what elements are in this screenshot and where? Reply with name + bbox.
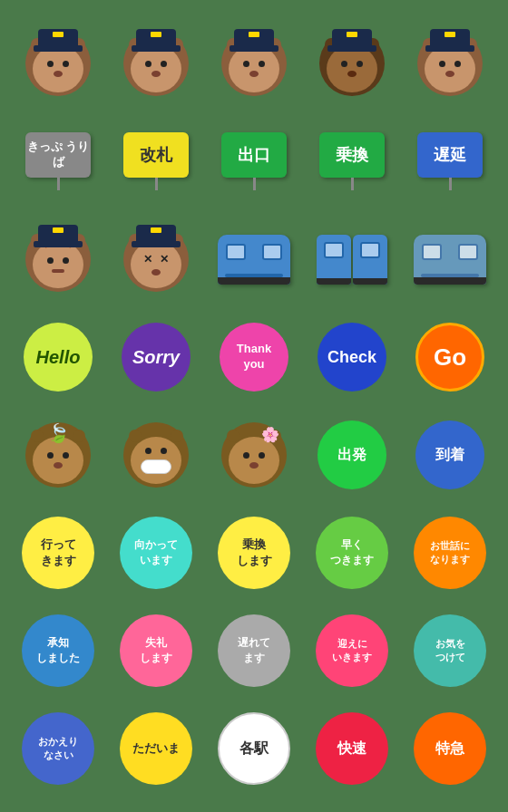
- sticker-bear-3[interactable]: [209, 18, 299, 109]
- sticker-check[interactable]: Check: [307, 312, 397, 402]
- tadaima-text: ただいま: [120, 712, 192, 785]
- sticker-hello[interactable]: Hello: [13, 312, 103, 402]
- sticker-okaeri[interactable]: おかえりなさい: [13, 703, 103, 794]
- sticker-tadaima[interactable]: ただいま: [111, 703, 201, 794]
- sticker-kakueki[interactable]: 各駅: [209, 703, 299, 794]
- sticker-hayaku[interactable]: 早くつきます: [307, 508, 397, 598]
- sticker-ittekimasu[interactable]: 行ってきます: [13, 508, 103, 598]
- sticker-bear-mask[interactable]: [111, 410, 201, 500]
- sticker-train-2[interactable]: [307, 214, 397, 304]
- sticker-bear-nature-1[interactable]: 🍃: [13, 410, 103, 500]
- kaisoku-text: 快速: [316, 712, 388, 785]
- sticker-bear-5[interactable]: [405, 18, 495, 109]
- sticker-kaisoku[interactable]: 快速: [307, 703, 397, 794]
- okaeri-text: おかえりなさい: [22, 712, 94, 785]
- check-text: Check: [318, 323, 386, 392]
- sticker-thankyou[interactable]: Thankyou: [209, 312, 299, 402]
- go-text: Go: [415, 323, 484, 392]
- osewani-text: お世話になります: [414, 517, 486, 589]
- depart-text: 出発: [318, 420, 386, 489]
- ittekimasu-text: 行ってきます: [22, 517, 94, 589]
- thankyou-text: Thankyou: [220, 323, 288, 392]
- sticker-bear-flower[interactable]: 🌸: [209, 410, 299, 500]
- arrive-text: 到着: [415, 420, 484, 489]
- sorry-text: Sorry: [122, 323, 190, 392]
- sticker-tokkyu[interactable]: 特急: [405, 703, 495, 794]
- kakueki-text: 各駅: [218, 712, 290, 785]
- mukatte-text: 向かっています: [120, 517, 192, 589]
- sticker-arrive[interactable]: 到着: [405, 410, 495, 500]
- sticker-ticket-sign[interactable]: きっぷ うりば: [13, 116, 103, 207]
- okio-text: お気をつけて: [414, 614, 486, 687]
- exit-sign-text: 出口: [221, 132, 287, 178]
- hayaku-text: 早くつきます: [316, 517, 388, 589]
- sticker-delay-sign[interactable]: 遅延: [405, 116, 495, 207]
- sticker-depart[interactable]: 出発: [307, 410, 397, 500]
- mukaeni-text: 迎えにいきます: [316, 614, 388, 687]
- sticker-gate-sign[interactable]: 改札: [111, 116, 201, 207]
- sticker-go[interactable]: Go: [405, 312, 495, 402]
- gate-sign-text: 改札: [123, 132, 189, 178]
- tokkyu-text: 特急: [414, 712, 486, 785]
- sticker-bear-2[interactable]: [111, 18, 201, 109]
- sticker-sorry[interactable]: Sorry: [111, 312, 201, 402]
- delay-sign-text: 遅延: [417, 132, 483, 178]
- sticker-bear-xeyes[interactable]: ✕ ✕: [111, 214, 201, 304]
- sticker-train-1[interactable]: [209, 214, 299, 304]
- norikae-text: 乗換します: [218, 517, 290, 589]
- ticket-sign-text: きっぷ うりば: [25, 132, 91, 178]
- okurete-text: 遅れてます: [218, 614, 290, 687]
- sticker-transfer-sign[interactable]: 乗換: [307, 116, 397, 207]
- sticker-okurete[interactable]: 遅れてます: [209, 605, 299, 696]
- sticker-shitsurei[interactable]: 失礼します: [111, 605, 201, 696]
- sticker-okio[interactable]: お気をつけて: [405, 605, 495, 696]
- sticker-bear-4[interactable]: [307, 18, 397, 109]
- sticker-bear-angry[interactable]: [13, 214, 103, 304]
- shochi-text: 承知しました: [22, 614, 94, 687]
- transfer-sign-text: 乗換: [319, 132, 385, 178]
- sticker-shochi[interactable]: 承知しました: [13, 605, 103, 696]
- sticker-mukatte[interactable]: 向かっています: [111, 508, 201, 598]
- sticker-train-3[interactable]: [405, 214, 495, 304]
- shitsurei-text: 失礼します: [120, 614, 192, 687]
- sticker-osewani[interactable]: お世話になります: [405, 508, 495, 598]
- hello-text: Hello: [24, 323, 93, 392]
- sticker-norikae[interactable]: 乗換します: [209, 508, 299, 598]
- sticker-exit-sign[interactable]: 出口: [209, 116, 299, 207]
- sticker-bear-1[interactable]: [13, 18, 103, 109]
- sticker-mukaeni[interactable]: 迎えにいきます: [307, 605, 397, 696]
- sticker-grid: きっぷ うりば 改札 出口 乗換 遅延: [13, 18, 495, 794]
